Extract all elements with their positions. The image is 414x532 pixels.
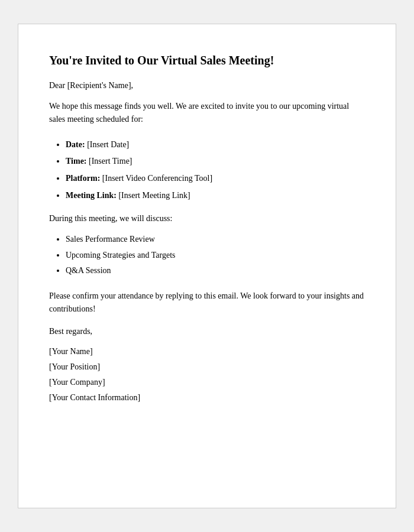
detail-time: Time: [Insert Time] bbox=[66, 154, 365, 170]
closing-text: Please confirm your attendance by replyi… bbox=[49, 290, 365, 316]
email-greeting: Dear [Recipient's Name], bbox=[49, 81, 365, 90]
signature-contact: [Your Contact Information] bbox=[49, 393, 365, 403]
meeting-details-list: Date: [Insert Date] Time: [Insert Time] … bbox=[66, 137, 365, 203]
signature-name: [Your Name] bbox=[49, 347, 365, 356]
date-label: Date: bbox=[66, 140, 85, 149]
time-value: [Insert Time] bbox=[89, 157, 132, 166]
detail-date: Date: [Insert Date] bbox=[66, 137, 365, 153]
date-value: [Insert Date] bbox=[87, 140, 129, 149]
regards: Best regards, bbox=[49, 327, 365, 336]
agenda-list: Sales Performance Review Upcoming Strate… bbox=[66, 232, 365, 279]
signature-company: [Your Company] bbox=[49, 378, 365, 387]
agenda-item-3: Q&A Session bbox=[66, 263, 365, 279]
email-intro: We hope this message finds you well. We … bbox=[49, 100, 365, 126]
platform-value: [Insert Video Conferencing Tool] bbox=[102, 174, 212, 183]
email-document: You're Invited to Our Virtual Sales Meet… bbox=[18, 24, 396, 508]
time-label: Time: bbox=[66, 157, 87, 166]
detail-meeting-link: Meeting Link: [Insert Meeting Link] bbox=[66, 188, 365, 204]
agenda-item-2: Upcoming Strategies and Targets bbox=[66, 248, 365, 264]
agenda-item-1: Sales Performance Review bbox=[66, 232, 365, 248]
signature-position: [Your Position] bbox=[49, 362, 365, 372]
platform-label: Platform: bbox=[66, 174, 100, 183]
meeting-link-label: Meeting Link: bbox=[66, 191, 117, 200]
email-title: You're Invited to Our Virtual Sales Meet… bbox=[49, 53, 365, 68]
detail-platform: Platform: [Insert Video Conferencing Too… bbox=[66, 171, 365, 187]
meeting-link-value: [Insert Meeting Link] bbox=[118, 191, 190, 200]
discuss-intro: During this meeting, we will discuss: bbox=[49, 214, 365, 223]
